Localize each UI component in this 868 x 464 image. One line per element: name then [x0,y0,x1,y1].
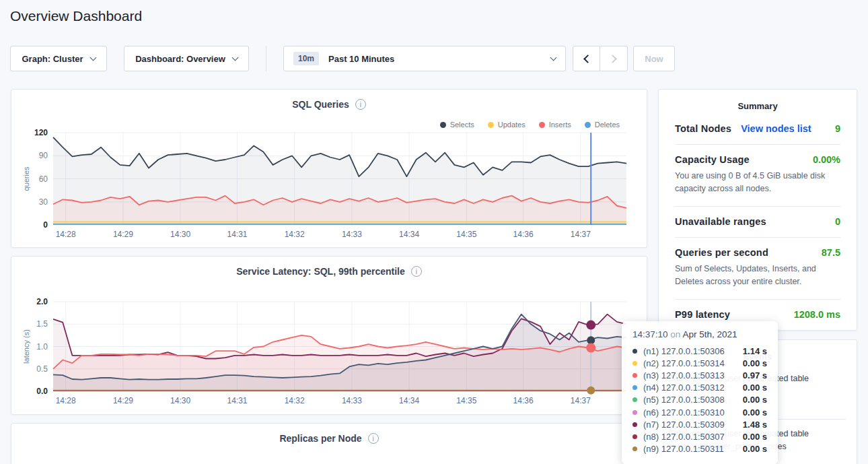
unavailable-ranges-label: Unavailable ranges [675,216,766,227]
graph-scope-label: Graph: Cluster [22,54,83,64]
tooltip-node-row: (n8) 127.0.0.1:503070.00 s [632,430,767,442]
p99-latency-value: 1208.0 ms [794,309,840,320]
total-nodes-value: 9 [835,123,840,134]
dashboard-dropdown[interactable]: Dashboard: Overview [124,46,249,71]
time-range-badge: 10m [293,52,319,65]
p99-latency-label: P99 latency [675,309,730,320]
svg-text:latency (s): latency (s) [22,329,30,364]
capacity-usage-value: 0.00% [813,154,840,165]
summary-row-qps: Queries per second 87.5 Sum of Selects, … [675,238,840,300]
tooltip-on-word: on [670,329,680,339]
svg-text:0: 0 [43,220,48,230]
tooltip-node-row: (n1) 127.0.0.1:503061.14 s [632,345,767,357]
summary-row-unavailable-ranges: Unavailable ranges 0 [675,207,840,238]
svg-text:14:37: 14:37 [571,230,591,239]
legend-label: Updates [498,121,526,129]
node-color-dot-icon [632,397,637,402]
chart-hover-tooltip: 14:37:10 on Apr 5th, 2021 (n1) 127.0.0.1… [622,321,778,464]
info-icon[interactable]: i [355,99,366,110]
tooltip-rows: (n1) 127.0.0.1:503061.14 s(n2) 127.0.0.1… [632,345,767,455]
unavailable-ranges-value: 0 [835,216,840,227]
tooltip-node-row: (n9) 127.0.0.1:503110.00 s [632,443,767,455]
svg-text:14:34: 14:34 [399,230,419,239]
qps-subtitle: Sum of Selects, Updates, Inserts, and De… [675,263,840,289]
chevron-right-icon [608,55,617,63]
service-latency-chart[interactable]: 0.00.51.01.52.014:2814:2914:3014:3114:32… [11,296,648,413]
summary-row-capacity: Capacity Usage 0.00% You are using 0 B o… [675,145,840,207]
legend-dot-icon [585,122,591,128]
node-latency-value: 1.14 s [743,346,767,356]
node-color-dot-icon [632,385,637,390]
svg-text:14:33: 14:33 [342,396,362,405]
legend-item-deletes[interactable]: Deletes [585,121,620,129]
info-icon[interactable]: i [411,266,422,277]
node-color-dot-icon [632,422,637,427]
svg-text:14:29: 14:29 [113,230,133,239]
node-latency-value: 0.00 s [743,383,767,393]
svg-text:30: 30 [39,197,48,207]
legend-dot-icon [488,122,494,128]
time-range-label: Past 10 Minutes [328,54,394,64]
svg-text:14:28: 14:28 [56,396,76,405]
svg-text:14:37: 14:37 [571,396,591,405]
page-title: Overview Dashboard [10,8,142,24]
svg-text:14:35: 14:35 [456,230,476,239]
time-range-dropdown[interactable]: 10m Past 10 Minutes [283,46,566,71]
svg-text:14:30: 14:30 [170,230,190,239]
toolbar-divider [266,46,266,71]
node-latency-value: 0.00 s [743,444,767,454]
tooltip-node-row: (n4) 127.0.0.1:503120.00 s [632,382,767,394]
now-button-disabled: Now [633,46,675,71]
capacity-usage-label: Capacity Usage [675,154,750,165]
svg-text:14:28: 14:28 [56,230,76,239]
summary-row-total-nodes: Total Nodes View nodes list 9 [675,114,840,145]
chevron-down-icon [231,54,238,61]
svg-text:queries: queries [22,166,30,191]
node-latency-value: 0.00 s [743,395,767,405]
chevron-left-icon [583,55,592,63]
svg-text:60: 60 [39,174,48,184]
graph-scope-dropdown[interactable]: Graph: Cluster [10,46,107,71]
qps-label: Queries per second [675,247,768,258]
info-icon[interactable]: i [368,433,379,444]
chevron-down-icon [550,54,557,61]
svg-text:2.0: 2.0 [36,297,48,306]
replicas-per-node-card: Replicas per Node i [11,423,647,464]
node-address: (n4) 127.0.0.1:50312 [643,383,739,393]
node-color-dot-icon [632,434,637,439]
legend-item-inserts[interactable]: Inserts [539,121,571,129]
summary-title: Summary [659,90,857,114]
view-nodes-list-link[interactable]: View nodes list [741,123,811,134]
time-step-buttons [573,46,628,71]
svg-text:90: 90 [39,151,48,160]
sql-queries-card: SQL Queries i SelectsUpdatesInsertsDelet… [11,89,647,248]
total-nodes-label: Total Nodes [675,123,731,134]
svg-text:14:34: 14:34 [399,396,419,405]
legend-item-updates[interactable]: Updates [488,121,526,129]
legend-label: Deletes [595,121,620,129]
svg-text:14:31: 14:31 [227,230,247,239]
legend-item-selects[interactable]: Selects [440,121,474,129]
svg-text:14:32: 14:32 [285,396,305,405]
svg-text:14:32: 14:32 [285,230,305,239]
time-back-button[interactable] [573,46,600,71]
node-address: (n7) 127.0.0.1:50309 [643,420,739,430]
tooltip-node-row: (n3) 127.0.0.1:503130.97 s [632,369,767,381]
svg-text:14:36: 14:36 [513,396,534,405]
sql-queries-chart[interactable]: 030609012014:2814:2914:3014:3114:3214:33… [11,129,648,247]
legend-label: Selects [450,121,474,129]
svg-text:14:33: 14:33 [342,230,362,239]
tooltip-timestamp: 14:37:10 on Apr 5th, 2021 [632,329,767,339]
node-color-dot-icon [632,410,637,415]
node-address: (n8) 127.0.0.1:50307 [643,432,739,442]
tooltip-time: 14:37:10 [632,329,668,339]
node-latency-value: 0.00 s [743,432,767,442]
svg-text:14:31: 14:31 [227,396,247,405]
legend-label: Inserts [549,121,571,129]
node-address: (n5) 127.0.0.1:50308 [643,395,739,405]
svg-text:0.5: 0.5 [36,364,48,374]
replicas-per-node-title: Replicas per Node [279,433,361,444]
node-color-dot-icon [632,373,637,378]
qps-value: 87.5 [822,247,840,258]
node-latency-value: 0.00 s [743,358,767,368]
